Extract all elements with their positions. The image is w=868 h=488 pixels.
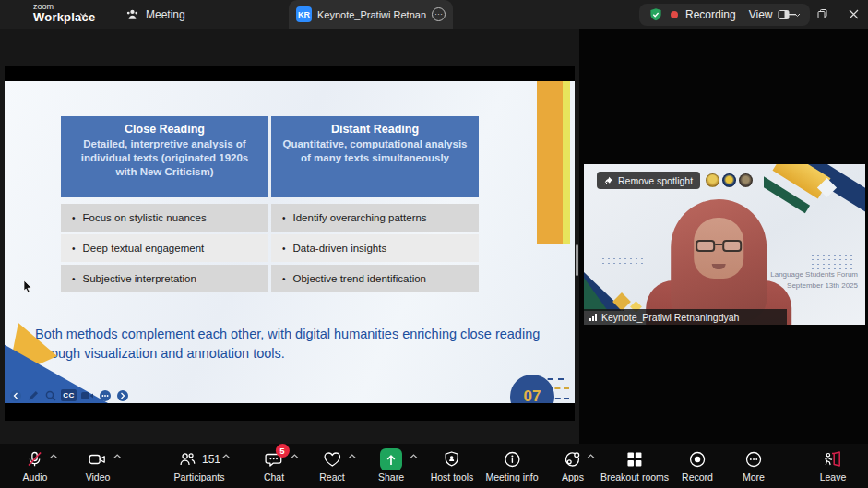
security-shield-icon[interactable] — [648, 7, 663, 22]
breakout-rooms-button[interactable]: Breakout rooms — [600, 448, 669, 482]
table-row: •Subjective interpretation •Objective tr… — [61, 265, 479, 292]
video-camera-icon — [80, 388, 94, 402]
bullet-icon: • — [282, 213, 286, 223]
leave-label: Leave — [820, 471, 847, 482]
minimize-button[interactable] — [775, 0, 806, 29]
react-label: React — [319, 471, 344, 482]
table-cell: •Subjective interpretation — [61, 265, 268, 292]
participant-name-label: Keynote_Pratiwi Retnaningdyah — [601, 312, 739, 323]
slide-gold-bar-decoration — [537, 81, 563, 244]
slide-caption-text: Both methods complement each other, with… — [35, 325, 544, 363]
zoom-app-window: zoom Workplace Meeting KR Keynote_Pratiw… — [0, 0, 868, 488]
speaker-glasses — [696, 240, 742, 252]
participants-label: Participants — [174, 471, 225, 482]
audio-button[interactable]: Audio — [23, 448, 48, 482]
pin-icon — [604, 176, 613, 185]
maximize-button[interactable] — [806, 0, 838, 29]
avatar: KR — [296, 6, 312, 22]
dot-grid-decoration — [810, 253, 854, 271]
host-tools-button[interactable]: Host tools — [431, 448, 474, 482]
slide-letterbox-top — [5, 66, 575, 81]
cell-text: Subjective interpretation — [83, 273, 196, 284]
active-tab-title: Keynote_Pratiwi Retnaningdyah's — [317, 9, 426, 20]
more-ellipsis-icon — [744, 450, 763, 469]
apps-options-chevron-icon[interactable] — [588, 454, 596, 459]
record-button[interactable]: Record — [682, 448, 713, 482]
magnifier-zoom-icon — [43, 388, 57, 402]
comparison-table: Close Reading Detailed, interpretive ana… — [61, 116, 479, 292]
bullet-icon: • — [72, 274, 76, 284]
react-button[interactable]: React — [319, 448, 344, 482]
share-label: Share — [378, 471, 404, 482]
tab-meeting[interactable]: Meeting — [118, 0, 193, 29]
leave-door-icon — [822, 450, 844, 469]
table-cell: •Focus on stylistic nuances — [61, 204, 268, 232]
shared-screen-area: Close Reading Detailed, interpretive ana… — [0, 29, 579, 444]
meeting-people-icon — [125, 8, 139, 21]
table-cell: •Data-driven insights — [271, 234, 479, 262]
apps-icon — [564, 450, 583, 469]
cell-text: Objective trend identification — [293, 273, 426, 284]
audio-label: Audio — [23, 471, 48, 482]
mouse-cursor — [23, 280, 33, 293]
info-icon — [503, 450, 521, 469]
chat-button[interactable]: 5 Chat — [264, 448, 284, 482]
header-title: Distant Reading — [282, 123, 468, 136]
table-cell: •Deep textual engagement — [61, 234, 268, 262]
table-header-row: Close Reading Detailed, interpretive ana… — [61, 116, 479, 197]
tab-keynote-meeting[interactable]: KR Keynote_Pratiwi Retnaningdyah's ··· — [289, 0, 453, 29]
heart-icon — [322, 450, 342, 469]
react-options-chevron-icon[interactable] — [348, 454, 356, 459]
chat-unread-badge: 5 — [276, 444, 290, 458]
more-label: More — [743, 471, 765, 482]
bullet-icon: • — [282, 244, 286, 254]
leave-button[interactable]: Leave — [820, 448, 847, 482]
table-header-close-reading: Close Reading Detailed, interpretive ana… — [61, 116, 268, 197]
previous-slide-icon — [8, 388, 22, 402]
remove-spotlight-button[interactable]: Remove spotlight — [597, 172, 700, 189]
share-screen-icon — [380, 448, 402, 470]
speaker-mouth — [711, 264, 725, 269]
table-cell: •Identify overarching patterns — [271, 204, 479, 232]
video-options-chevron-icon[interactable] — [113, 454, 122, 459]
dot-grid-decoration — [600, 256, 643, 271]
share-options-chevron-icon[interactable] — [410, 454, 418, 459]
share-button[interactable]: Share — [378, 448, 404, 482]
participants-count: 151 — [202, 453, 220, 466]
chat-options-chevron-icon[interactable] — [291, 454, 299, 459]
more-options-icon — [98, 388, 112, 402]
speaker-face — [694, 218, 743, 279]
more-button[interactable]: More — [743, 448, 765, 482]
table-row: •Deep textual engagement •Data-driven in… — [61, 234, 479, 262]
apps-button[interactable]: Apps — [562, 448, 584, 482]
bullet-icon: • — [72, 244, 76, 254]
participants-options-chevron-icon[interactable] — [222, 454, 231, 459]
pen-annotate-icon — [26, 388, 40, 402]
panel-resize-handle[interactable] — [576, 244, 578, 276]
chat-label: Chat — [264, 471, 284, 482]
breakout-rooms-icon — [625, 450, 644, 469]
speaker-hijab — [671, 199, 767, 321]
header-subtitle: Quantitative, computational analysis of … — [282, 137, 468, 165]
recording-label: Recording — [685, 8, 736, 21]
meeting-info-button[interactable]: Meeting info — [485, 448, 538, 482]
cell-text: Identify overarching patterns — [293, 212, 427, 223]
org-logo-icon — [722, 173, 736, 187]
audio-options-chevron-icon[interactable] — [50, 454, 58, 459]
slide-yellow-stripe-decoration — [563, 81, 570, 244]
record-icon — [688, 450, 707, 469]
bullet-icon: • — [72, 213, 76, 223]
remove-spotlight-label: Remove spotlight — [618, 175, 693, 186]
slide-viewer-toolbar: CC — [8, 388, 129, 402]
presentation-slide: Close Reading Detailed, interpretive ana… — [5, 81, 575, 403]
participants-button[interactable]: 151 Participants — [174, 448, 225, 482]
signal-strength-icon — [589, 314, 597, 321]
close-button[interactable] — [838, 0, 868, 29]
participants-icon — [178, 450, 197, 469]
cell-text: Deep textual engagement — [83, 243, 205, 254]
view-label: View — [749, 8, 773, 21]
tab-options-icon[interactable]: ··· — [432, 7, 446, 21]
participant-name-bar: Keynote_Pratiwi Retnaningdyah — [584, 309, 787, 325]
chevron-down-icon[interactable] — [79, 11, 87, 18]
video-button[interactable]: Video — [86, 448, 111, 482]
